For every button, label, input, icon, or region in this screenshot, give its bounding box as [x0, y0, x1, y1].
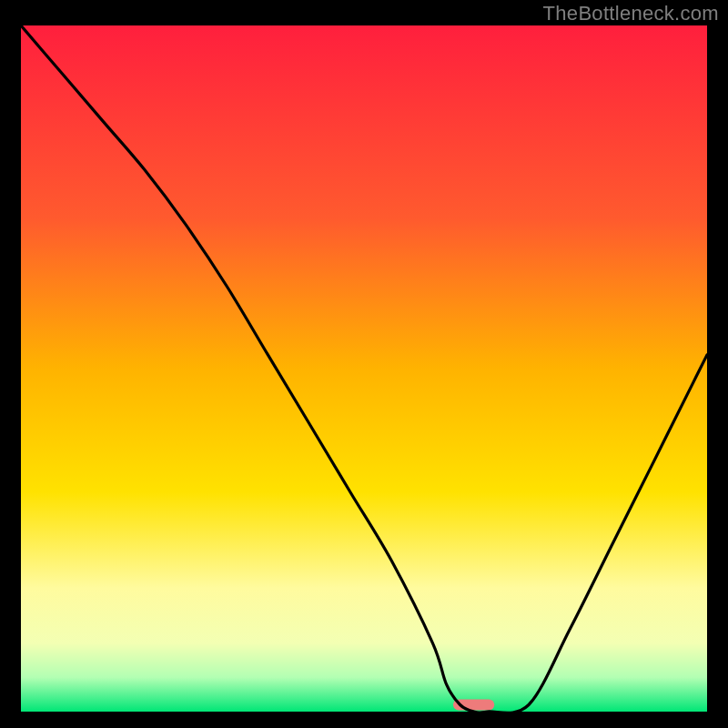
watermark-label: TheBottleneck.com: [543, 2, 719, 25]
chart-frame: TheBottleneck.com: [0, 0, 728, 728]
plot-area: [21, 25, 707, 712]
gradient-background: [21, 25, 707, 712]
chart-svg: [21, 25, 707, 712]
